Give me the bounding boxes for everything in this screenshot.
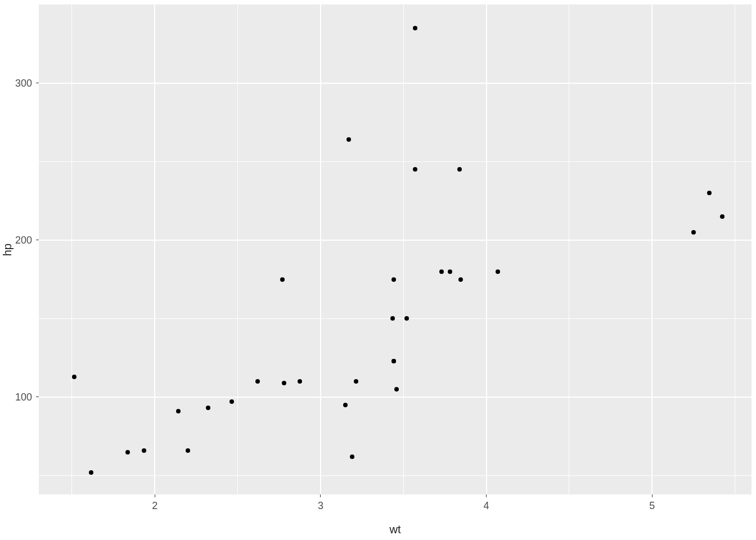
grid-major-h <box>39 240 752 241</box>
grid-minor-v <box>735 4 735 494</box>
data-point <box>458 277 463 282</box>
scatter-plot: hp wt 2345100200300 <box>0 0 756 540</box>
y-tick-mark <box>36 240 39 240</box>
data-point <box>343 403 348 407</box>
plot-panel <box>39 4 752 494</box>
y-tick-mark <box>36 83 39 83</box>
data-point <box>298 379 302 384</box>
y-axis-title: hp <box>1 243 14 255</box>
data-point <box>89 470 93 475</box>
x-tick-label: 5 <box>649 500 655 512</box>
data-point <box>448 269 452 274</box>
data-point <box>707 191 712 195</box>
grid-major-v <box>154 4 155 494</box>
grid-major-h <box>39 397 752 398</box>
data-point <box>72 375 76 379</box>
data-point <box>413 26 417 30</box>
data-point <box>392 277 396 282</box>
data-point <box>206 406 210 410</box>
data-point <box>142 448 146 453</box>
x-tick-label: 4 <box>484 500 489 512</box>
x-axis-title: wt <box>390 523 401 536</box>
grid-minor-v <box>71 4 72 494</box>
grid-minor-v <box>237 4 238 494</box>
data-point <box>691 230 696 235</box>
data-point <box>176 409 181 413</box>
grid-minor-v <box>569 4 569 494</box>
grid-major-v <box>651 4 652 494</box>
data-point <box>392 359 396 363</box>
data-point <box>720 214 724 219</box>
data-point <box>186 448 190 453</box>
data-point <box>255 379 260 384</box>
y-tick-mark <box>36 397 39 397</box>
x-tick-mark <box>155 494 155 497</box>
x-tick-mark <box>486 494 487 497</box>
x-tick-label: 3 <box>318 500 323 512</box>
grid-major-h <box>39 83 752 84</box>
grid-minor-v <box>403 4 404 494</box>
y-tick-label: 300 <box>15 77 32 89</box>
x-tick-mark <box>652 494 652 497</box>
grid-minor-h <box>39 161 752 162</box>
grid-minor-h <box>39 475 752 476</box>
grid-major-v <box>486 4 487 494</box>
y-tick-label: 200 <box>15 234 32 246</box>
grid-major-v <box>320 4 321 494</box>
x-tick-mark <box>320 494 321 497</box>
data-point <box>413 167 417 172</box>
x-tick-label: 2 <box>152 500 158 512</box>
grid-minor-h <box>39 318 752 319</box>
data-point <box>280 277 285 282</box>
y-tick-label: 100 <box>15 391 32 403</box>
data-point <box>282 381 286 385</box>
data-point <box>125 450 130 454</box>
data-point <box>496 269 500 274</box>
data-point <box>350 454 354 459</box>
data-point <box>439 269 444 274</box>
